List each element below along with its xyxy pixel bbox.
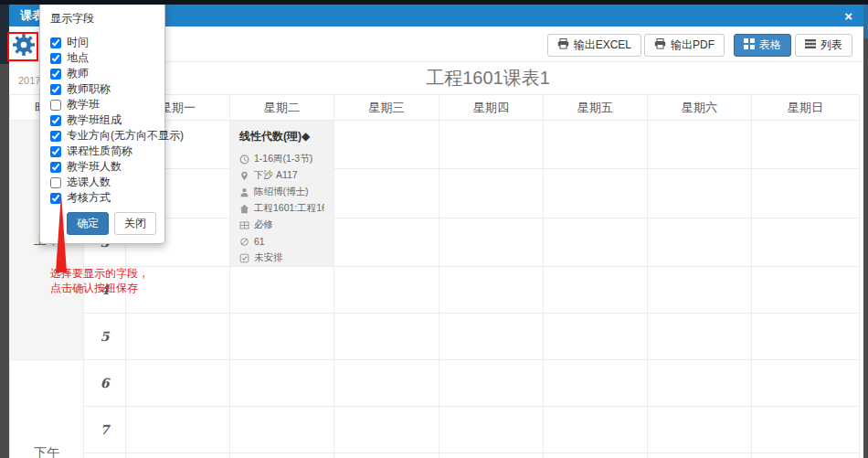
- page-top-strip: [0, 0, 868, 5]
- field-checkbox[interactable]: [50, 115, 61, 126]
- class-size-icon: [239, 237, 249, 247]
- timetable-cell: [126, 314, 230, 360]
- field-checkbox[interactable]: [50, 69, 61, 80]
- period-number: 8: [84, 453, 126, 458]
- field-label: 教师职称: [67, 81, 111, 97]
- timetable-cell: [230, 360, 334, 407]
- timetable-cell: [439, 169, 544, 218]
- field-row: 教学班组成: [50, 112, 154, 128]
- export-excel-button[interactable]: 输出EXCEL: [547, 34, 641, 57]
- timetable-cell: [439, 360, 544, 407]
- popup-close-button[interactable]: 关闭: [114, 212, 156, 235]
- location-icon: [239, 171, 249, 181]
- period-number: 4: [84, 267, 126, 314]
- teacher-icon: [239, 187, 249, 197]
- grid-icon: [744, 38, 755, 52]
- course-detail-text: 工程1601:工程1602: [254, 202, 324, 215]
- field-checkbox[interactable]: [50, 84, 61, 95]
- timetable-modal: 课表 × 输出EXCEL: [9, 5, 863, 458]
- field-checkbox[interactable]: [50, 100, 61, 111]
- course-detail-text: 下沙 A117: [254, 169, 298, 182]
- field-label: 课程性质简称: [67, 144, 132, 159]
- course-detail-text: 未安排: [254, 251, 283, 264]
- timetable-cell: [439, 121, 544, 169]
- timetable-cell: [544, 169, 648, 218]
- timetable-cell: [126, 453, 230, 458]
- timetable-cell: [544, 121, 648, 169]
- popup-title: 显示字段: [40, 4, 164, 31]
- course-card: 线性代数(理)◆1-16周(1-3节)下沙 A117陈绍博(博士)工程1601:…: [230, 121, 333, 266]
- timetable-cell: [230, 314, 334, 360]
- export-pdf-button[interactable]: 输出PDF: [644, 34, 725, 57]
- day-header-6: 星期六: [648, 95, 752, 121]
- field-label: 教学班: [67, 97, 100, 112]
- timetable-cell: [752, 360, 860, 407]
- day-header-4: 星期四: [439, 95, 544, 121]
- field-row: 教学班: [50, 97, 154, 112]
- field-checkbox[interactable]: [50, 193, 61, 204]
- timetable-cell: [752, 314, 860, 360]
- day-header-5: 星期五: [544, 95, 648, 121]
- timetable-row: 4: [10, 267, 860, 314]
- view-toolbar: 输出EXCEL 输出PDF 表格 列表: [547, 34, 852, 57]
- timetable-cell: [334, 121, 439, 169]
- timetable-cell: [752, 218, 860, 266]
- course-detail-text: 必修: [254, 218, 273, 231]
- field-label: 地点: [67, 50, 89, 66]
- field-checkbox[interactable]: [50, 53, 61, 64]
- timetable-cell: [334, 407, 439, 453]
- timetable-cell: [126, 267, 230, 314]
- timetable-cell: [230, 453, 334, 458]
- period-number: 5: [84, 314, 126, 360]
- close-icon[interactable]: ×: [844, 9, 852, 23]
- timetable-cell: [752, 453, 860, 458]
- field-label: 教师: [67, 66, 89, 81]
- timetable-cell: [544, 453, 648, 458]
- field-label: 选课人数: [67, 175, 111, 190]
- exam-icon: [239, 253, 249, 263]
- field-checkbox[interactable]: [50, 131, 61, 142]
- course-detail-row: 陈绍博(博士): [239, 184, 324, 200]
- course-cell[interactable]: 线性代数(理)◆1-16周(1-3节)下沙 A117陈绍博(博士)工程1601:…: [230, 121, 334, 267]
- confirm-button[interactable]: 确定: [67, 212, 109, 235]
- field-row: 教学班人数: [50, 159, 154, 175]
- day-header-3: 星期三: [334, 95, 439, 121]
- field-label: 时间: [67, 35, 89, 50]
- timetable-cell: [334, 453, 439, 458]
- field-checkbox[interactable]: [50, 37, 61, 48]
- gear-icon[interactable]: [12, 33, 36, 57]
- course-detail-row: 必修: [239, 217, 324, 233]
- timetable-row: 8: [10, 453, 860, 458]
- field-checkbox[interactable]: [50, 177, 61, 188]
- field-checkbox[interactable]: [50, 146, 61, 157]
- timetable-cell: [334, 169, 439, 218]
- field-label: 教学班人数: [67, 159, 122, 175]
- timetable-cell: [439, 407, 544, 453]
- timetable-row: 下午6: [10, 360, 860, 407]
- clock-icon: [239, 154, 249, 165]
- view-list-button[interactable]: 列表: [795, 34, 852, 57]
- course-detail-row: 下沙 A117: [239, 167, 324, 184]
- field-checkbox[interactable]: [50, 162, 61, 173]
- timetable-cell: [126, 360, 230, 407]
- timetable-cell: [648, 407, 752, 453]
- timetable-cell: [544, 218, 648, 266]
- display-fields-popup: 显示字段 时间地点教师教师职称教学班教学班组成专业方向(无方向不显示)课程性质简…: [39, 3, 165, 244]
- timetable-cell: [752, 169, 860, 218]
- period-number: 6: [84, 360, 126, 407]
- term-label: 2017: [18, 75, 40, 86]
- field-label: 教学班组成: [67, 112, 122, 128]
- timetable-cell: [752, 267, 860, 314]
- field-row: 课程性质简称: [50, 144, 154, 159]
- course-detail-text: 陈绍博(博士): [254, 186, 309, 198]
- page-title: 工程1601课表1: [305, 66, 671, 91]
- export-pdf-label: 输出PDF: [671, 37, 715, 53]
- daypart-label: 下午: [10, 360, 84, 458]
- view-table-button[interactable]: 表格: [734, 34, 791, 57]
- timetable-cell: [544, 267, 648, 314]
- timetable-cell: [334, 267, 439, 314]
- course-detail-row: 工程1601:工程1602: [239, 200, 324, 217]
- view-list-label: 列表: [820, 37, 842, 53]
- timetable-cell: [334, 314, 439, 360]
- course-title: 线性代数(理)◆: [239, 129, 324, 144]
